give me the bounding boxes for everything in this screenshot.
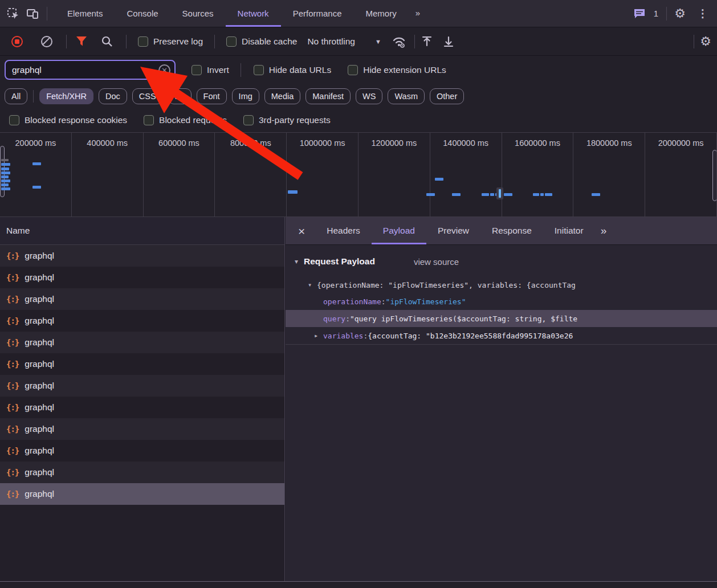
request-bar bbox=[533, 193, 539, 196]
hide-extension-urls-checkbox[interactable]: Hide extension URLs bbox=[348, 65, 446, 75]
name-column-header[interactable]: Name bbox=[0, 217, 284, 245]
close-panel-icon[interactable]: × bbox=[298, 225, 305, 237]
tab-network[interactable]: Network bbox=[226, 0, 281, 27]
third-party-requests-checkbox[interactable]: 3rd-party requests bbox=[243, 115, 331, 125]
chip-js[interactable]: JS bbox=[168, 88, 192, 104]
chip-other[interactable]: Other bbox=[430, 88, 464, 104]
table-row[interactable]: {:}graphql bbox=[0, 418, 284, 440]
detail-tab-initiator[interactable]: Initiator bbox=[543, 217, 595, 244]
table-row[interactable]: {:}graphql bbox=[0, 288, 284, 310]
more-detail-tabs-icon[interactable]: » bbox=[601, 224, 606, 237]
chip-img[interactable]: Img bbox=[232, 88, 259, 104]
throttling-select[interactable]: No throttling ▼ bbox=[307, 36, 381, 47]
kebab-menu-icon[interactable]: ⋮ bbox=[693, 4, 712, 23]
request-bar bbox=[452, 193, 461, 196]
search-icon[interactable] bbox=[101, 35, 118, 48]
chip-font[interactable]: Font bbox=[197, 88, 227, 104]
tab-performance[interactable]: Performance bbox=[281, 0, 354, 27]
tab-elements[interactable]: Elements bbox=[55, 0, 115, 27]
divider bbox=[694, 35, 694, 48]
devtools-tab-bar: ElementsConsoleSourcesNetworkPerformance… bbox=[0, 0, 717, 27]
divider bbox=[414, 35, 415, 48]
more-tabs-icon[interactable]: » bbox=[409, 0, 427, 27]
device-toolbar-icon[interactable] bbox=[23, 4, 42, 23]
chip-css[interactable]: CSS bbox=[132, 88, 163, 104]
request-bar-gray bbox=[1, 159, 9, 161]
table-row[interactable]: {:}graphql bbox=[0, 440, 284, 462]
table-row[interactable]: {:}graphql bbox=[0, 267, 284, 288]
preserve-log-checkbox[interactable]: Preserve log bbox=[138, 36, 203, 47]
network-overview-timeline[interactable]: 200000 ms400000 ms600000 ms800000 ms1000… bbox=[0, 133, 717, 217]
request-payload-section[interactable]: ▾ Request Payload view source bbox=[286, 253, 717, 270]
detail-tabs: × HeadersPayloadPreviewResponseInitiator… bbox=[286, 217, 717, 245]
table-row[interactable]: {:}graphql bbox=[0, 245, 284, 267]
payload-value: {accountTag: "b12e3b2192ee5588fdad995178… bbox=[368, 332, 573, 340]
clear-network-log-icon[interactable] bbox=[41, 36, 52, 47]
import-har-icon[interactable] bbox=[421, 35, 433, 48]
request-bar bbox=[288, 190, 298, 194]
chip-all[interactable]: All bbox=[5, 88, 27, 104]
tab-sources[interactable]: Sources bbox=[170, 0, 226, 27]
payload-summary-row[interactable]: ▾ {operationName: "ipFlowTimeseries", va… bbox=[286, 277, 717, 293]
record-network-log-icon[interactable] bbox=[11, 36, 23, 47]
filter-text-input[interactable]: graphql ✕ bbox=[5, 60, 176, 80]
divider bbox=[66, 35, 67, 48]
chip-media[interactable]: Media bbox=[264, 88, 301, 104]
divider bbox=[126, 35, 127, 48]
detail-tab-payload[interactable]: Payload bbox=[372, 217, 426, 244]
invert-checkbox[interactable]: Invert bbox=[192, 65, 229, 75]
hide-data-urls-checkbox[interactable]: Hide data URLs bbox=[254, 65, 331, 75]
payload-row-variables[interactable]: ▸variables: {accountTag: "b12e3b2192ee55… bbox=[286, 327, 717, 344]
detail-tab-preview[interactable]: Preview bbox=[426, 217, 480, 244]
settings-gear-icon[interactable]: ⚙ bbox=[670, 4, 690, 23]
inspect-element-icon[interactable] bbox=[3, 4, 23, 23]
table-row[interactable]: {:}graphql bbox=[0, 353, 284, 375]
detail-tab-response[interactable]: Response bbox=[480, 217, 543, 244]
chip-doc[interactable]: Doc bbox=[99, 88, 127, 104]
chip-fetch-xhr[interactable]: Fetch/XHR bbox=[39, 88, 93, 104]
collapse-triangle-icon[interactable]: ▾ bbox=[308, 281, 317, 289]
requests-panel: Name {:}graphql{:}graphql{:}graphql{:}gr… bbox=[0, 217, 285, 581]
fetch-xhr-icon: {:} bbox=[6, 403, 19, 412]
request-rows: {:}graphql{:}graphql{:}graphql{:}graphql… bbox=[0, 245, 284, 505]
table-row[interactable]: {:}graphql bbox=[0, 310, 284, 332]
request-detail-panel: × HeadersPayloadPreviewResponseInitiator… bbox=[286, 217, 717, 581]
tab-memory[interactable]: Memory bbox=[354, 0, 409, 27]
clear-filter-icon[interactable]: ✕ bbox=[158, 64, 170, 76]
network-conditions-icon[interactable] bbox=[392, 35, 406, 48]
request-bar bbox=[592, 193, 600, 196]
request-name: graphql bbox=[25, 489, 54, 499]
chip-wasm[interactable]: Wasm bbox=[388, 88, 425, 104]
table-row[interactable]: {:}graphql bbox=[0, 332, 284, 353]
selected-request-marker bbox=[499, 189, 501, 198]
request-bar bbox=[426, 193, 435, 196]
table-row[interactable]: {:}graphql bbox=[0, 397, 284, 418]
table-row[interactable]: {:}graphql bbox=[0, 462, 284, 483]
expand-triangle-icon[interactable]: ▸ bbox=[314, 332, 323, 340]
tab-console[interactable]: Console bbox=[115, 0, 170, 27]
collapse-triangle-icon[interactable]: ▾ bbox=[295, 258, 304, 266]
fetch-xhr-icon: {:} bbox=[6, 489, 19, 499]
filter-icon[interactable] bbox=[76, 36, 93, 47]
timeline-tick-2: 400000 ms bbox=[72, 133, 144, 217]
chip-ws[interactable]: WS bbox=[356, 88, 382, 104]
blocked-requests-checkbox[interactable]: Blocked requests bbox=[144, 115, 227, 125]
view-source-toggle[interactable]: view source bbox=[414, 257, 459, 267]
issues-message-icon[interactable] bbox=[630, 4, 649, 23]
timeline-tick-1: 200000 ms bbox=[0, 133, 72, 217]
export-har-icon[interactable] bbox=[442, 35, 455, 48]
payload-row-query[interactable]: query: "query ipFlowTimeseries($accountT… bbox=[286, 310, 717, 327]
table-row[interactable]: {:}graphql bbox=[0, 375, 284, 397]
chip-manifest[interactable]: Manifest bbox=[305, 88, 351, 104]
checkbox bbox=[138, 36, 148, 47]
checkbox bbox=[254, 65, 264, 75]
request-name: graphql bbox=[25, 251, 54, 261]
request-flags-row: Blocked response cookies Blocked request… bbox=[0, 108, 717, 133]
detail-tab-headers[interactable]: Headers bbox=[315, 217, 372, 244]
preserve-log-label: Preserve log bbox=[153, 36, 203, 47]
network-settings-gear-icon[interactable]: ⚙ bbox=[700, 35, 711, 48]
table-row[interactable]: {:}graphql bbox=[0, 483, 284, 505]
disable-cache-checkbox[interactable]: Disable cache bbox=[226, 36, 297, 47]
blocked-response-cookies-checkbox[interactable]: Blocked response cookies bbox=[9, 115, 127, 125]
payload-row-operationName[interactable]: operationName: "ipFlowTimeseries" bbox=[286, 293, 717, 310]
